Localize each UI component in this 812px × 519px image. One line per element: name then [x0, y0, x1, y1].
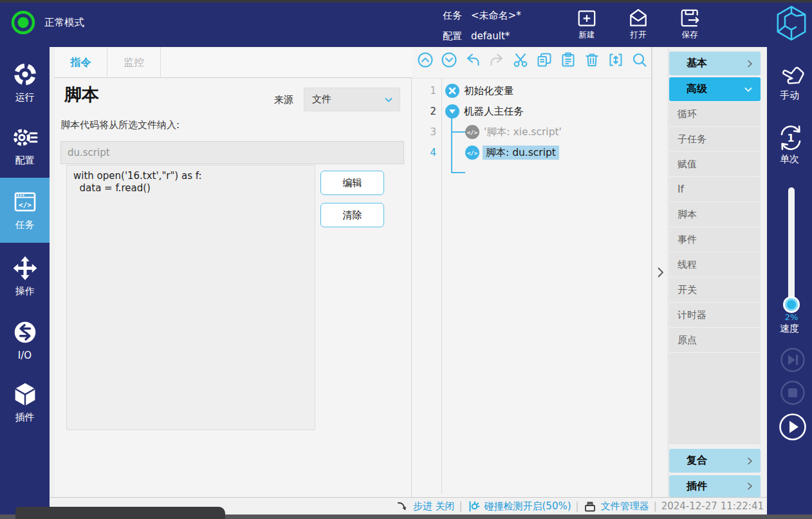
svg-text:</>: </> [467, 129, 477, 136]
code-line: data = f.read() [73, 182, 151, 194]
palette-item-label: 计时器 [678, 309, 706, 321]
palette-item-script[interactable]: 脚本 [669, 202, 761, 227]
manual-mode-button[interactable] [776, 60, 808, 92]
palette-item-label: If [678, 184, 684, 195]
open-task-button[interactable]: 打开 [620, 7, 657, 44]
tree-row-label-selected: 脚本: du.script [483, 146, 559, 160]
file-manager-button[interactable]: 文件管理器 [601, 500, 649, 513]
config-label: 配置 [443, 28, 462, 44]
paste-icon[interactable] [560, 52, 577, 68]
mode-status-icon [10, 10, 36, 35]
single-run-button[interactable]: 1 [776, 123, 806, 155]
new-task-button[interactable]: 新建 [568, 7, 605, 44]
palette-item-thread[interactable]: 线程 [669, 252, 761, 277]
manual-label: 手动 [767, 90, 812, 102]
edit-button[interactable]: 编辑 [320, 171, 384, 195]
palette-item-subtask[interactable]: 子任务 [669, 127, 761, 151]
move-down-icon[interactable] [441, 52, 457, 68]
palette-group-plugin[interactable]: 插件 [669, 475, 761, 497]
tree-row-main-task[interactable]: 2 机器人主任务 [412, 101, 652, 122]
save-icon [679, 7, 701, 29]
tree-row-init-vars[interactable]: 1 初始化变量 [412, 80, 652, 101]
palette-item-timer[interactable]: 计时器 [669, 303, 761, 327]
move-up-icon[interactable] [417, 52, 434, 68]
save-task-button[interactable]: 保存 [671, 7, 708, 44]
row-number: 3 [412, 122, 436, 142]
insert-icon[interactable] [607, 52, 624, 68]
palette-group-composite[interactable]: 复合 [669, 449, 761, 473]
palette-item-assign[interactable]: 赋值 [669, 152, 761, 176]
separator: | [459, 500, 462, 512]
code-icon: </> [465, 125, 479, 139]
tree-row-script-xie[interactable]: 3 </> '脚本: xie.script' [412, 122, 652, 142]
row-number: 4 [412, 142, 436, 163]
collision-toggle[interactable]: 碰撞检测开启(50%) [484, 500, 571, 513]
chevron-down-icon [744, 86, 753, 93]
code-icon: </> [465, 146, 479, 160]
redo-icon[interactable] [488, 52, 505, 68]
task-name: <未命名>* [471, 7, 521, 24]
sidebar-item-label: 任务 [15, 219, 35, 231]
skip-next-icon [780, 347, 806, 373]
palette-item-label: 开关 [678, 284, 697, 296]
undo-icon[interactable] [465, 52, 481, 68]
sidebar-item-task[interactable]: </> 任务 [0, 178, 50, 243]
palette-item-if[interactable]: If [669, 177, 761, 202]
stop-icon [780, 380, 806, 406]
play-button[interactable] [779, 413, 807, 441]
palette-group-basic[interactable]: 基本 [669, 52, 761, 75]
palette-item-loop[interactable]: 循环 [669, 102, 761, 126]
tab-label: 监控 [124, 56, 144, 70]
panel-collapse-handle[interactable] [652, 47, 669, 497]
sidebar-item-run[interactable]: 运行 [0, 61, 50, 104]
sidebar-item-operate[interactable]: 操作 [0, 255, 50, 297]
single-label: 单次 [767, 153, 812, 165]
delete-icon[interactable] [584, 52, 600, 68]
script-editor-panel: 指令 监控 脚本 来源 文件 脚本代码将从所选文件纳入: du.script w… [55, 47, 412, 497]
source-selected-value: 文件 [312, 93, 384, 106]
palette-group-label: 基本 [687, 57, 707, 70]
palette-group-label: 高级 [687, 82, 707, 96]
tree-row-script-du[interactable]: 4 </> 脚本: du.script [412, 142, 652, 163]
stop-button[interactable] [780, 380, 806, 406]
top-bar: 正常模式 任务 <未命名>* 配置 default* 新建 打开 [0, 0, 812, 47]
task-config-info: 任务 <未命名>* 配置 default* [443, 7, 521, 48]
sidebar-item-io[interactable]: I/O [0, 319, 50, 361]
palette-item-origin[interactable]: 原点 [669, 328, 761, 352]
script-description: 脚本代码将从所选文件纳入: [60, 119, 180, 131]
config-name: default* [471, 28, 510, 44]
skip-next-button[interactable] [780, 347, 806, 373]
row-number: 2 [412, 101, 436, 122]
clock-timestamp: 2024-12-27 11:22:41 [661, 500, 764, 512]
new-task-label: 新建 [579, 30, 595, 41]
filename-value: du.script [68, 147, 110, 158]
speed-slider-track[interactable] [788, 187, 795, 311]
speed-slider-knob[interactable] [783, 296, 800, 313]
source-select[interactable]: 文件 [304, 88, 400, 111]
copy-icon[interactable] [536, 52, 553, 68]
script-filename-input[interactable]: du.script [60, 141, 404, 164]
edit-button-label: 编辑 [343, 177, 362, 189]
app-logo [775, 5, 808, 44]
task-tree-panel: 1 初始化变量 2 机器人主任务 3 </> '脚本: xie.script' … [412, 47, 652, 497]
tab-monitor[interactable]: 监控 [107, 47, 161, 78]
tab-instruction[interactable]: 指令 [55, 47, 107, 78]
palette-group-advanced[interactable]: 高级 [669, 77, 761, 101]
source-label: 来源 [274, 94, 293, 106]
step-icon [396, 500, 409, 513]
palette-item-label: 脚本 [678, 209, 697, 221]
palette-item-event[interactable]: 事件 [669, 227, 761, 252]
palette-item-switch[interactable]: 开关 [669, 278, 761, 302]
clear-button[interactable]: 清除 [320, 203, 384, 227]
cut-icon[interactable] [512, 52, 529, 68]
task-label: 任务 [443, 7, 462, 24]
sidebar-item-label: 操作 [15, 285, 35, 297]
search-icon[interactable] [631, 52, 648, 68]
palette-item-label: 循环 [678, 108, 697, 120]
sidebar-item-plugin[interactable]: 插件 [0, 381, 50, 424]
sidebar-item-config[interactable]: 配置 [0, 124, 50, 167]
triangle-down-icon [445, 104, 459, 118]
step-toggle[interactable]: 步进 关闭 [413, 500, 455, 513]
task-icon: </> [12, 189, 39, 215]
sidebar-item-label: 运行 [15, 91, 35, 104]
